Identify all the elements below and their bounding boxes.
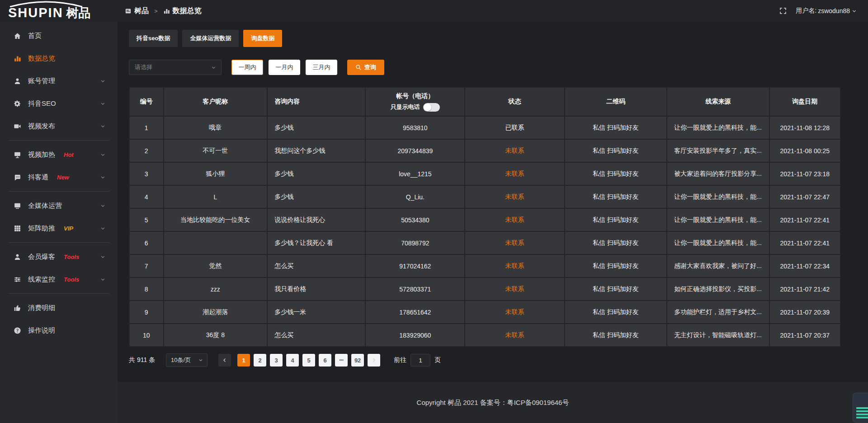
cell-source[interactable]: 让你一眼就爱上的黑科技，能... <box>667 116 769 139</box>
fullscreen-icon[interactable] <box>779 7 787 14</box>
cell-index: 3 <box>129 162 164 185</box>
next-page-button[interactable] <box>368 354 380 367</box>
sidebar-item-operation-guide[interactable]: 操作说明 <box>0 319 118 342</box>
cell-source[interactable]: 客厅安装投影半年多了，真实... <box>667 139 769 162</box>
query-button[interactable]: 查询 <box>347 60 384 75</box>
widget-bar <box>856 414 868 415</box>
app-logo[interactable]: SHUPIN 树品 <box>0 0 118 22</box>
sidebar-item-label: 抖客通 <box>28 173 48 182</box>
chevron-down-icon <box>100 226 106 231</box>
date-range-one-month[interactable]: 一月内 <box>269 60 300 75</box>
sidebar-item-data-overview[interactable]: 数据总览 <box>0 47 118 70</box>
column-header-content: 咨询内容 <box>267 87 365 116</box>
filter-select[interactable]: 请选择 <box>129 60 222 75</box>
cell-qrcode[interactable]: 私信 扫码加好友 <box>565 254 667 277</box>
breadcrumb-current[interactable]: 数据总览 <box>163 6 202 16</box>
cell-status: 未联系 <box>465 139 564 162</box>
sidebar-item-label: 全媒体运营 <box>28 202 62 210</box>
cell-qrcode[interactable]: 私信 扫码加好友 <box>565 139 667 162</box>
cell-qrcode[interactable]: 私信 扫码加好友 <box>565 277 667 301</box>
page-button-6[interactable]: 6 <box>319 354 331 367</box>
logo-text-cn: 树品 <box>66 7 91 22</box>
cell-qrcode[interactable]: 私信 扫码加好友 <box>565 301 667 324</box>
cell-source[interactable]: 多功能护栏灯，适用于乡村文... <box>667 301 769 324</box>
dashboard-icon <box>125 8 132 14</box>
table-row: 3狐小狸多少钱love__1215未联系私信 扫码加好友被大家追着问的客厅投影分… <box>129 162 840 185</box>
cell-qrcode[interactable]: 私信 扫码加好友 <box>565 208 667 231</box>
page-size-select[interactable]: 10条/页 <box>166 353 208 367</box>
page-button-3[interactable]: 3 <box>270 354 283 367</box>
cell-status: 未联系 <box>465 301 564 324</box>
tab-inquiry-data[interactable]: 询盘数据 <box>243 30 282 47</box>
floating-widget[interactable] <box>853 393 868 423</box>
sidebar-item-douketong[interactable]: 抖客通New <box>0 166 118 188</box>
tab-douyin-seo-data[interactable]: 抖音seo数据 <box>129 30 178 47</box>
username-label: 用户名: <box>796 7 816 15</box>
breadcrumb: 树品 > 数据总览 <box>125 6 202 16</box>
prev-page-button[interactable] <box>218 354 231 367</box>
date-range-one-week[interactable]: 一周内 <box>231 60 263 75</box>
question-icon <box>14 327 21 334</box>
cell-source[interactable]: 如何正确选择投影仪，买投影... <box>667 277 769 301</box>
sidebar-item-member-baoke[interactable]: 会员爆客Tools <box>0 245 118 268</box>
tab-omnimedia-operation-data[interactable]: 全媒体运营数据 <box>182 30 239 47</box>
date-range-three-months[interactable]: 三月内 <box>306 60 337 75</box>
phone-only-toggle[interactable] <box>423 103 440 112</box>
page-button-92[interactable]: 92 <box>351 354 364 367</box>
page-button-2[interactable]: 2 <box>254 354 266 367</box>
display-icon <box>14 202 21 210</box>
cell-nickname: L <box>164 185 268 208</box>
sidebar-divider <box>8 140 109 141</box>
cell-account: 2097344839 <box>365 139 465 162</box>
user-menu[interactable]: 用户名: zswodun88 <box>796 7 857 15</box>
sidebar-item-consumption-details[interactable]: 消费明细 <box>0 296 118 319</box>
filter-bar: 请选择 一周内一月内三月内 查询 <box>129 60 841 75</box>
widget-bar <box>856 410 868 412</box>
cell-qrcode[interactable]: 私信 扫码加好友 <box>565 324 667 347</box>
cell-source[interactable]: 让你一眼就爱上的黑科技，能... <box>667 231 769 254</box>
breadcrumb-root[interactable]: 树品 <box>125 6 149 16</box>
cell-status: 已联系 <box>465 116 564 139</box>
cell-qrcode[interactable]: 私信 扫码加好友 <box>565 116 667 139</box>
sidebar-item-matrix-boost[interactable]: 矩阵助推VIP <box>0 217 118 240</box>
cell-content: 多少钱 <box>267 162 365 185</box>
sidebar-item-account-management[interactable]: 账号管理 <box>0 70 118 92</box>
page-button-4[interactable]: 4 <box>286 354 299 367</box>
cell-source[interactable]: 无主灯设计，智能磁吸轨道灯... <box>667 324 769 347</box>
column-header-status: 状态 <box>465 87 564 116</box>
chat-bubble-icon <box>14 174 21 181</box>
page-more-button[interactable]: ••• <box>335 354 348 367</box>
page-button-1[interactable]: 1 <box>237 354 250 367</box>
sidebar-item-video-publish[interactable]: 视频发布 <box>0 115 118 137</box>
sidebar-item-video-heating[interactable]: 视频加热Hot <box>0 143 118 166</box>
sidebar-item-label: 操作说明 <box>28 326 55 335</box>
cell-source[interactable]: 被大家追着问的客厅投影分享... <box>667 162 769 185</box>
widget-bar <box>856 417 868 418</box>
cell-account: 178651642 <box>365 301 465 324</box>
cell-qrcode[interactable]: 私信 扫码加好友 <box>565 162 667 185</box>
cell-source[interactable]: 感谢大家喜欢我家，被问了好... <box>667 254 769 277</box>
cell-nickname: 36度 8 <box>164 324 268 347</box>
cell-index: 8 <box>129 277 164 301</box>
cell-account: 9583810 <box>365 116 465 139</box>
cell-account: 917024162 <box>365 254 465 277</box>
cell-qrcode[interactable]: 私信 扫码加好友 <box>565 185 667 208</box>
cell-content: 怎么买 <box>267 324 365 347</box>
sidebar-item-clue-monitoring[interactable]: 线索监控Tools <box>0 268 118 291</box>
cell-date: 2021-11-07 20:39 <box>769 301 840 324</box>
sidebar-item-omnimedia-operation[interactable]: 全媒体运营 <box>0 194 118 217</box>
table-row: 1哦章多少钱9583810已联系私信 扫码加好友让你一眼就爱上的黑科技，能...… <box>129 116 840 139</box>
chevron-down-icon <box>198 357 203 363</box>
cell-source[interactable]: 让你一眼就爱上的黑科技，能... <box>667 185 769 208</box>
page-jump-input[interactable] <box>410 354 430 367</box>
cell-index: 2 <box>129 139 164 162</box>
cell-date: 2021-11-07 22:34 <box>769 254 840 277</box>
cell-source[interactable]: 让你一眼就爱上的黑科技，能... <box>667 208 769 231</box>
cell-qrcode[interactable]: 私信 扫码加好友 <box>565 231 667 254</box>
cell-date: 2021-11-07 23:18 <box>769 162 840 185</box>
page-button-5[interactable]: 5 <box>302 354 315 367</box>
sidebar-item-badge: Tools <box>64 276 79 283</box>
sidebar-item-douyin-seo[interactable]: 抖音SEO <box>0 92 118 115</box>
sidebar-item-home[interactable]: 首页 <box>0 24 118 47</box>
user-icon <box>14 77 21 85</box>
